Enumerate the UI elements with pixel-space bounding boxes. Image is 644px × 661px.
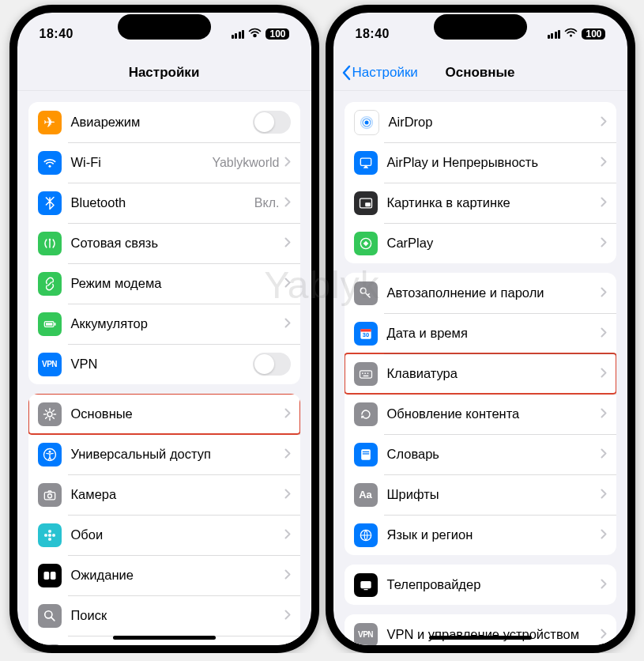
- row-label: VPN и управление устройством: [387, 627, 601, 642]
- back-button[interactable]: Настройки: [341, 65, 418, 81]
- svg-rect-32: [360, 158, 371, 165]
- chevron-right-icon: [284, 408, 291, 421]
- svg-point-12: [47, 529, 51, 532]
- chevron-right-icon: [284, 318, 291, 330]
- row-accessibility[interactable]: Универсальный доступ: [28, 434, 300, 474]
- row-general[interactable]: Основные: [28, 394, 300, 434]
- cellular-signal-icon: [548, 30, 561, 39]
- row-cellular[interactable]: Сотовая связь: [28, 223, 300, 263]
- row-autofill[interactable]: Автозаполнение и пароли: [345, 273, 616, 313]
- pip-icon: [354, 191, 378, 215]
- hotspot-icon: [38, 272, 62, 296]
- chevron-right-icon: [601, 157, 607, 169]
- row-keyboard[interactable]: Клавиатура: [345, 353, 616, 394]
- row-dictionary[interactable]: Словарь: [345, 434, 616, 474]
- row-label: Авиарежим: [71, 115, 253, 130]
- svg-rect-50: [363, 589, 367, 590]
- camera-icon: [38, 483, 62, 507]
- row-airdrop[interactable]: AirDrop: [345, 102, 616, 142]
- home-indicator[interactable]: [113, 636, 216, 640]
- row-language[interactable]: Язык и регион: [345, 515, 616, 555]
- row-label: Сотовая связь: [71, 236, 284, 251]
- chevron-right-icon: [284, 569, 291, 582]
- row-search[interactable]: Поиск: [28, 595, 300, 636]
- chevron-right-icon: [601, 448, 607, 461]
- row-label: VPN: [71, 357, 253, 372]
- row-label: Универсальный доступ: [71, 447, 284, 462]
- chevron-right-icon: [601, 579, 607, 591]
- row-battery[interactable]: Аккумулятор: [28, 304, 300, 344]
- vpnmgmt-icon: VPN: [354, 623, 378, 646]
- svg-rect-49: [360, 581, 371, 588]
- svg-point-29: [364, 120, 368, 124]
- row-bgrefresh[interactable]: Обновление контента: [345, 394, 616, 434]
- battery-icon: 100: [266, 28, 288, 40]
- settings-group: AirDropAirPlay и НепрерывностьКартинка в…: [345, 102, 616, 263]
- chevron-right-icon: [284, 610, 291, 622]
- datetime-icon: 30: [354, 322, 378, 346]
- row-airplane[interactable]: ✈︎Авиарежим: [28, 102, 300, 142]
- svg-point-15: [51, 533, 55, 536]
- row-label: AirDrop: [389, 115, 601, 130]
- row-pip[interactable]: Картинка в картинке: [345, 183, 616, 223]
- row-label: Дата и время: [387, 326, 601, 341]
- svg-rect-47: [362, 453, 368, 454]
- row-datetime[interactable]: 30Дата и время: [345, 313, 616, 353]
- row-wallpaper[interactable]: Обои: [28, 515, 300, 555]
- page-title: Настройки: [129, 65, 200, 81]
- battery-icon: 100: [582, 28, 604, 40]
- row-label: Аккумулятор: [71, 316, 284, 331]
- svg-point-14: [43, 533, 47, 536]
- general-icon: [38, 402, 62, 426]
- row-hotspot[interactable]: Режим модема: [28, 263, 300, 304]
- accessibility-icon: [38, 443, 62, 466]
- general-list[interactable]: AirDropAirPlay и НепрерывностьКартинка в…: [333, 91, 627, 645]
- svg-rect-16: [43, 572, 49, 580]
- vpn-toggle[interactable]: [253, 353, 291, 376]
- svg-rect-17: [50, 572, 55, 580]
- svg-rect-44: [363, 375, 368, 376]
- chevron-right-icon: [284, 489, 291, 501]
- svg-point-13: [47, 537, 51, 540]
- chevron-right-icon: [601, 368, 607, 380]
- settings-list[interactable]: ✈︎АвиарежимWi-FiYablykworldBluetoothВкл.…: [17, 91, 311, 645]
- row-standby[interactable]: Ожидание: [28, 555, 300, 595]
- row-label: Шрифты: [387, 487, 601, 502]
- dynamic-island: [118, 14, 211, 40]
- svg-rect-40: [360, 370, 371, 377]
- svg-point-43: [367, 372, 368, 374]
- status-time: 18:40: [40, 27, 73, 41]
- row-vpn[interactable]: VPNVPN: [28, 344, 300, 384]
- row-label: Словарь: [387, 447, 601, 462]
- chevron-right-icon: [284, 448, 291, 461]
- nav-bar: Настройки Основные: [333, 55, 627, 91]
- svg-point-28: [570, 35, 572, 37]
- standby-icon: [38, 564, 62, 587]
- settings-group: Телепровайдер: [345, 565, 616, 605]
- fonts-icon: Aa: [354, 483, 378, 507]
- carplay-icon: [354, 232, 378, 255]
- row-carplay[interactable]: CarPlay: [345, 223, 616, 263]
- tvprovider-icon: [354, 573, 378, 597]
- row-label: Поиск: [71, 608, 284, 623]
- chevron-right-icon: [601, 197, 607, 210]
- row-label: Wi-Fi: [71, 155, 213, 170]
- wallpaper-icon: [38, 523, 62, 547]
- svg-point-0: [254, 35, 256, 37]
- row-label: Обновление контента: [387, 406, 601, 421]
- row-tvprovider[interactable]: Телепровайдер: [345, 565, 616, 605]
- vpn-icon: VPN: [38, 353, 62, 376]
- row-wifi[interactable]: Wi-FiYablykworld: [28, 142, 300, 183]
- row-fonts[interactable]: AaШрифты: [345, 474, 616, 515]
- row-airplay[interactable]: AirPlay и Непрерывность: [345, 142, 616, 183]
- chevron-right-icon: [284, 529, 291, 542]
- airplane-toggle[interactable]: [253, 111, 291, 134]
- battery-icon: [38, 312, 62, 336]
- settings-group: ✈︎АвиарежимWi-FiYablykworldBluetoothВкл.…: [28, 102, 300, 384]
- row-vpnmgmt[interactable]: VPNVPN и управление устройством: [345, 614, 616, 645]
- home-indicator[interactable]: [429, 636, 532, 640]
- row-bluetooth[interactable]: BluetoothВкл.: [28, 183, 300, 223]
- row-camera[interactable]: Камера: [28, 474, 300, 515]
- nav-bar: Настройки: [17, 55, 311, 91]
- cellular-icon: [38, 232, 62, 255]
